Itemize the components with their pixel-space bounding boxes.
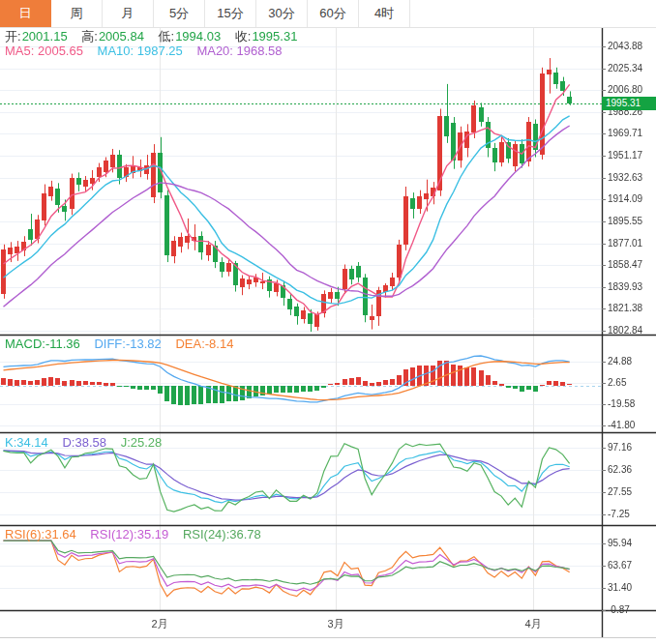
rsi-axis-label: -0.87 [608, 604, 630, 615]
timeframe-tabbar: 日 周 月 5分 15分 30分 60分 4时 [0, 0, 656, 28]
ma10-value: MA10: 1987.25 [98, 44, 183, 58]
price-axis-label: 1969.71 [608, 128, 642, 138]
macd-value: MACD:-11.36 [5, 337, 80, 351]
macd-axis-label: 24.88 [608, 356, 632, 366]
dea-value: DEA:-8.14 [175, 337, 233, 351]
chart-canvas[interactable] [0, 0, 656, 644]
kdj-axis-label: -7.25 [608, 509, 630, 519]
rsi-header: RSI(6):31.64 RSI(12):35.19 RSI(24):36.78 [5, 527, 272, 542]
price-axis-label: 1895.55 [608, 216, 642, 226]
tab-4hour[interactable]: 4时 [359, 0, 410, 27]
price-axis-label: 2043.88 [608, 41, 642, 51]
macd-header: MACD:-11.36 DIFF:-13.82 DEA:-8.14 [5, 337, 244, 351]
j-value: J:25.28 [121, 435, 163, 450]
price-axis-label: 1839.93 [608, 281, 642, 292]
high-label: 高: [81, 29, 98, 44]
price-axis-label: 1802.84 [608, 325, 642, 336]
rsi-axis-label: 63.67 [608, 560, 632, 571]
kdj-header: K:34.14 D:38.58 J:25.28 [5, 435, 172, 450]
k-value: K:34.14 [5, 435, 48, 450]
price-axis-label: 1858.47 [608, 259, 642, 270]
chart-page: 日 周 月 5分 15分 30分 60分 4时 开:2001.15 高:2005… [0, 0, 656, 644]
ma5-value: MA5: 2005.65 [5, 44, 83, 58]
kdj-axis-label: 62.36 [608, 464, 632, 475]
tab-60min[interactable]: 60分 [308, 0, 359, 27]
last-price-badge: 1995.31 [602, 97, 656, 110]
month-axis-label: 2月 [151, 617, 167, 631]
open-label: 开: [5, 29, 21, 44]
price-axis-label: 1877.01 [608, 238, 642, 249]
close-value: 1995.31 [252, 29, 297, 44]
month-axis-label: 3月 [327, 617, 343, 631]
rsi-axis-label: 31.40 [608, 582, 632, 593]
price-axis-label: 1821.38 [608, 303, 642, 313]
kdj-axis-label: 97.16 [608, 442, 632, 453]
low-value: 1994.03 [175, 29, 221, 44]
open-value: 2001.15 [22, 29, 68, 44]
price-axis-label: 1951.17 [608, 150, 642, 161]
close-label: 收: [235, 29, 252, 44]
price-axis-label: 2025.34 [608, 63, 642, 73]
macd-axis-label: 2.65 [608, 377, 626, 388]
rsi-axis-label: 95.94 [608, 538, 632, 548]
high-value: 2005.84 [99, 29, 144, 44]
diff-value: DIFF:-13.82 [94, 337, 161, 351]
rsi12-value: RSI(12):35.19 [90, 527, 168, 542]
kdj-axis-label: 27.55 [608, 486, 632, 497]
macd-axis-label: -41.80 [608, 420, 635, 430]
price-axis-label: 1932.63 [608, 172, 642, 183]
tab-15min[interactable]: 15分 [205, 0, 256, 27]
tab-5min[interactable]: 5分 [154, 0, 205, 27]
macd-axis-label: -19.58 [608, 398, 635, 409]
tab-month[interactable]: 月 [103, 0, 154, 27]
d-value: D:38.58 [62, 435, 106, 450]
price-axis-label: 2006.80 [608, 84, 642, 95]
rsi24-value: RSI(24):36.78 [183, 527, 261, 542]
tab-week[interactable]: 周 [51, 0, 103, 27]
price-axis-label: 1914.09 [608, 193, 642, 204]
low-label: 低: [159, 29, 175, 44]
rsi6-value: RSI(6):31.64 [5, 527, 76, 542]
tab-day[interactable]: 日 [0, 0, 51, 27]
ma20-value: MA20: 1968.58 [196, 44, 282, 58]
ma-header: MA5: 2005.65 MA10: 1987.25 MA20: 1968.58 [5, 44, 293, 58]
tab-30min[interactable]: 30分 [256, 0, 308, 27]
month-axis-label: 4月 [524, 617, 541, 631]
